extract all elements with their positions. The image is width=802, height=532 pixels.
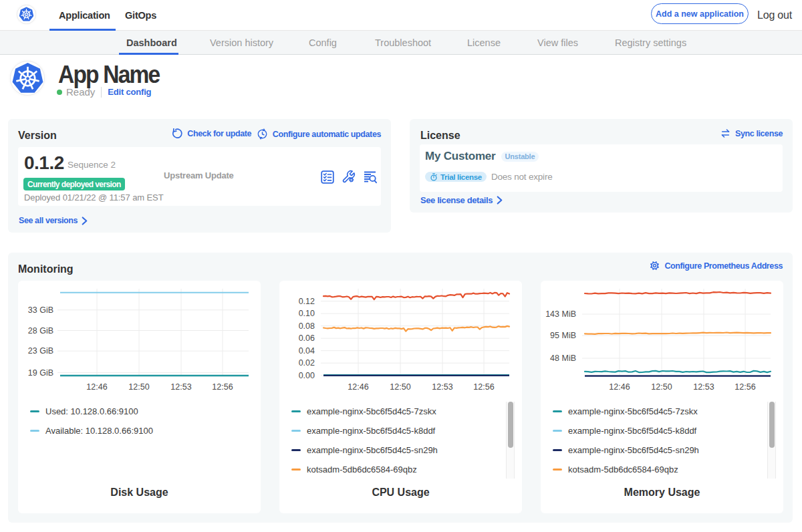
svg-text:95 MiB: 95 MiB xyxy=(550,331,576,340)
svg-text:0.02: 0.02 xyxy=(299,358,315,368)
svg-text:143 MiB: 143 MiB xyxy=(545,309,576,319)
svg-text:0.10: 0.10 xyxy=(299,309,315,318)
svg-text:0.04: 0.04 xyxy=(299,346,315,356)
svg-text:19 GiB: 19 GiB xyxy=(28,368,53,378)
svg-text:0.12: 0.12 xyxy=(299,297,315,306)
svg-text:12:56: 12:56 xyxy=(734,382,755,392)
svg-text:12:56: 12:56 xyxy=(473,382,494,392)
svg-text:12:53: 12:53 xyxy=(432,382,452,392)
svg-text:48 MiB: 48 MiB xyxy=(550,354,576,363)
svg-text:12:46: 12:46 xyxy=(86,382,107,392)
svg-text:12:46: 12:46 xyxy=(609,382,630,392)
svg-text:23 GiB: 23 GiB xyxy=(28,346,53,356)
svg-text:28 GiB: 28 GiB xyxy=(28,326,53,336)
svg-text:12:53: 12:53 xyxy=(693,382,714,392)
svg-text:0.08: 0.08 xyxy=(299,321,315,331)
svg-text:0.00: 0.00 xyxy=(299,371,315,380)
svg-text:33 GiB: 33 GiB xyxy=(28,305,53,315)
svg-text:12:50: 12:50 xyxy=(128,382,149,392)
svg-text:12:53: 12:53 xyxy=(170,382,191,392)
svg-text:12:50: 12:50 xyxy=(651,382,672,392)
svg-text:0.06: 0.06 xyxy=(299,334,315,343)
svg-text:12:50: 12:50 xyxy=(390,382,410,392)
svg-text:12:56: 12:56 xyxy=(212,382,233,392)
svg-text:12:46: 12:46 xyxy=(348,382,368,392)
